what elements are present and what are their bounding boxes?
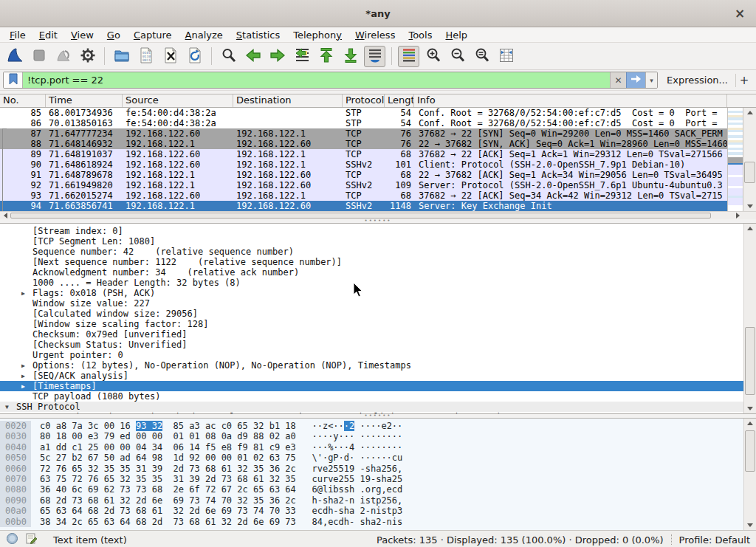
scroll-down-arrow-icon[interactable] (743, 202, 756, 211)
expand-arrow-icon[interactable]: ▶ (21, 413, 25, 413)
scroll-down-arrow-icon[interactable] (744, 404, 756, 413)
detail-line[interactable]: ▶Options: (12 bytes), No-Operation (NOP)… (0, 360, 743, 371)
detail-line[interactable]: Checksum: 0x79ed [unverified] (0, 329, 743, 340)
close-window-button[interactable]: × (732, 6, 747, 21)
hex-row[interactable]: 0020c0 a8 7a 3c 00 16 93 32 85 a3 ac c0 … (0, 421, 743, 431)
filter-clear-button[interactable]: ✕ (610, 72, 626, 88)
save-file-button[interactable]: 010101100011 (135, 46, 157, 67)
hex-row[interactable]: 003080 18 00 e3 79 ed 00 00 01 01 08 0a … (0, 431, 743, 441)
open-file-button[interactable] (111, 46, 132, 67)
collapse-arrow-icon[interactable]: ▼ (5, 402, 9, 413)
go-back-button[interactable] (242, 46, 264, 67)
restart-capture-button[interactable] (52, 46, 74, 67)
auto-scroll-button[interactable] (364, 46, 385, 67)
hex-row[interactable]: 008036 40 6c 69 62 73 73 68 2e 6f 72 67 … (0, 484, 743, 495)
detail-line[interactable]: [Stream index: 0] (0, 226, 743, 236)
hex-row[interactable]: 0040a1 dd c1 25 00 00 04 34 06 14 f5 e8 … (0, 442, 743, 453)
detail-line[interactable]: [Checksum Status: Unverified] (0, 340, 743, 350)
find-packet-button[interactable] (218, 46, 239, 67)
packet-row[interactable]: 8568.001734936fe:54:00:d4:38:2aSTP54Conf… (0, 108, 727, 118)
capture-comment-button[interactable] (24, 533, 38, 546)
bytes-vertical-scrollbar[interactable] (743, 419, 756, 530)
expert-info-button[interactable] (4, 533, 19, 546)
hex-row[interactable]: 00b038 34 2c 65 63 64 68 2d 73 68 61 32 … (0, 517, 743, 527)
packet-row[interactable]: 9371.662015274192.168.122.60192.168.122.… (0, 190, 727, 201)
detail-line[interactable]: ▶SSH Version 2 (encryption:chacha20-poly… (0, 412, 743, 413)
menu-item-analyze[interactable]: Analyze (179, 29, 230, 41)
menu-item-capture[interactable]: Capture (127, 29, 179, 41)
detail-line[interactable]: [Next sequence number: 1122 (relative se… (0, 257, 743, 267)
packet-row[interactable]: 9071.648618924192.168.122.60192.168.122.… (0, 159, 727, 170)
menu-item-statistics[interactable]: Statistics (230, 29, 286, 41)
expand-arrow-icon[interactable]: ▶ (21, 361, 25, 371)
expand-arrow-icon[interactable]: ▶ (21, 382, 25, 392)
packet-row[interactable]: 8871.648146932192.168.122.1192.168.122.6… (0, 139, 727, 149)
packet-list-vertical-scrollbar[interactable] (743, 108, 756, 211)
scroll-up-arrow-icon[interactable] (744, 419, 756, 428)
packet-row[interactable]: 9471.663856741192.168.122.1192.168.122.6… (0, 201, 727, 211)
column-header-source[interactable]: Source (123, 94, 233, 107)
packet-row[interactable]: 8971.648191037192.168.122.60192.168.122.… (0, 149, 727, 159)
filter-add-button[interactable]: + (736, 74, 752, 87)
menu-item-go[interactable]: Go (100, 29, 127, 41)
detail-line[interactable]: [TCP Segment Len: 1080] (0, 236, 743, 247)
scroll-right-arrow-icon[interactable] (732, 212, 743, 219)
detail-line[interactable]: [Calculated window size: 29056] (0, 309, 743, 319)
go-to-packet-button[interactable] (291, 46, 312, 67)
close-file-button[interactable] (159, 46, 181, 67)
detail-line[interactable]: Acknowledgment number: 34 (relative ack … (0, 267, 743, 278)
hex-row[interactable]: 006072 76 65 32 35 35 31 39 2d 73 68 61 … (0, 464, 743, 474)
detail-line[interactable]: TCP payload (1080 bytes) (0, 391, 743, 402)
detail-line[interactable]: ▶[SEQ/ACK analysis] (0, 371, 743, 381)
expand-arrow-icon[interactable]: ▶ (21, 371, 25, 382)
detail-line[interactable]: Sequence number: 42 (relative sequence n… (0, 247, 743, 257)
reload-file-button[interactable] (184, 46, 205, 67)
profile-text[interactable]: Profile: Default (679, 534, 750, 546)
column-header-destination[interactable]: Destination (233, 94, 343, 107)
filter-apply-button[interactable] (626, 72, 645, 88)
menu-item-file[interactable]: File (3, 29, 32, 41)
expression-button[interactable]: Expression... (667, 75, 728, 86)
detail-line[interactable]: 1000 .... = Header Length: 32 bytes (8) (0, 278, 743, 288)
go-first-button[interactable] (315, 46, 337, 67)
column-header-no[interactable]: No. (0, 94, 46, 107)
hex-row[interactable]: 007063 75 72 76 65 32 35 35 31 39 2d 73 … (0, 474, 743, 484)
details-vertical-scrollbar[interactable] (743, 224, 756, 413)
zoom-100-button[interactable] (471, 46, 492, 67)
scroll-down-arrow-icon[interactable] (744, 520, 756, 530)
detail-line[interactable]: ▶[Timestamps] (0, 381, 743, 391)
detail-line[interactable]: Urgent pointer: 0 (0, 350, 743, 360)
menu-item-tools[interactable]: Tools (402, 29, 439, 41)
column-header-protocol[interactable]: Protocol (343, 94, 385, 107)
capture-options-button[interactable] (77, 46, 98, 67)
hex-row[interactable]: 00a065 63 64 68 2d 73 68 61 32 2d 6e 69 … (0, 506, 743, 516)
column-header-length[interactable]: Length (385, 94, 414, 107)
resize-columns-button[interactable] (495, 46, 517, 67)
detail-line[interactable]: ▼SSH Protocol (0, 402, 743, 412)
display-filter-input[interactable]: !tcp.port == 22 (23, 72, 610, 88)
menu-item-wireless[interactable]: Wireless (348, 29, 402, 41)
packet-row[interactable]: 9171.648789678192.168.122.1192.168.122.6… (0, 170, 727, 180)
packet-row[interactable]: 9271.661949820192.168.122.1192.168.122.6… (0, 180, 727, 190)
menu-item-edit[interactable]: Edit (32, 29, 64, 41)
zoom-out-button[interactable] (447, 46, 468, 67)
filter-history-dropdown[interactable]: ▾ (645, 72, 657, 88)
column-header-info[interactable]: Info (414, 94, 727, 107)
detail-line[interactable]: [Window size scaling factor: 128] (0, 319, 743, 329)
packet-row[interactable]: 8771.647777234192.168.122.60192.168.122.… (0, 128, 727, 139)
scroll-left-arrow-icon[interactable] (0, 212, 10, 219)
packet-minimap-scrollbar[interactable] (727, 108, 743, 211)
menu-item-help[interactable]: Help (439, 29, 474, 41)
go-forward-button[interactable] (267, 46, 288, 67)
zoom-in-button[interactable] (422, 46, 444, 67)
column-header-time[interactable]: Time (46, 94, 123, 107)
filter-bookmark-button[interactable] (4, 72, 23, 88)
hex-row[interactable]: 009068 2d 73 68 61 32 2d 6e 69 73 74 70 … (0, 495, 743, 506)
menu-item-view[interactable]: View (64, 29, 100, 41)
detail-line[interactable]: Window size value: 227 (0, 298, 743, 309)
stop-capture-button[interactable] (28, 46, 49, 67)
scroll-up-arrow-icon[interactable] (743, 108, 756, 117)
packet-list-horizontal-scrollbar[interactable] (0, 211, 756, 219)
hex-row[interactable]: 00505c 27 b2 67 50 ad 64 98 1d 92 00 00 … (0, 453, 743, 463)
detail-line[interactable]: ▶Flags: 0x018 (PSH, ACK) (0, 288, 743, 298)
